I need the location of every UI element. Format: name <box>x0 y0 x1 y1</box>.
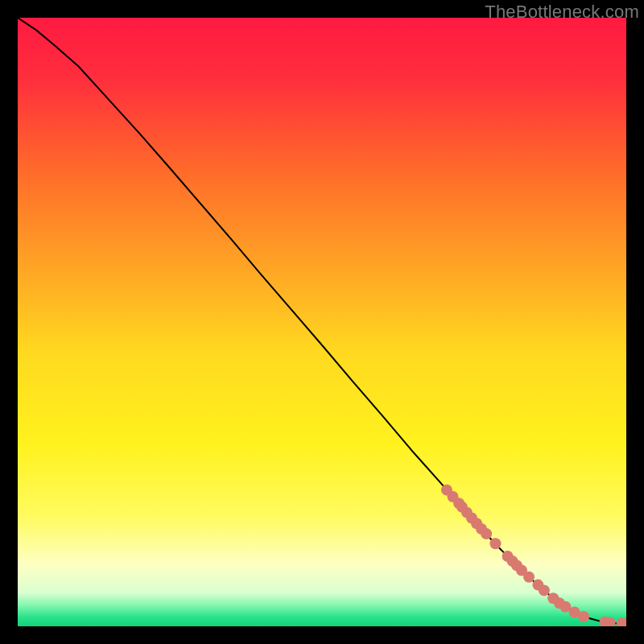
chart-plot <box>18 18 626 626</box>
data-point <box>578 611 589 622</box>
chart-frame: { "watermark": "TheBottleneck.com", "col… <box>0 0 644 644</box>
watermark-text: TheBottleneck.com <box>485 2 639 23</box>
data-point <box>539 584 550 596</box>
data-point <box>481 528 492 539</box>
gradient-background <box>18 18 626 626</box>
data-point <box>489 538 501 549</box>
data-point <box>523 572 535 583</box>
